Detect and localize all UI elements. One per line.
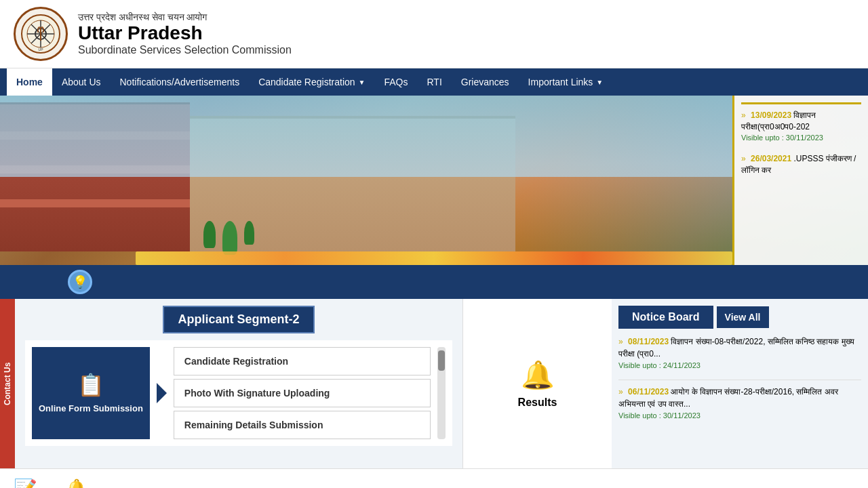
- svg-text:UP: UP: [39, 47, 44, 52]
- applicant-segment: Applicant Segment-2 📋 Online Form Submis…: [15, 299, 462, 468]
- chevron-down-icon: ▼: [359, 79, 366, 86]
- header-title: Uttar Pradesh: [78, 23, 292, 44]
- bulb-icon: 💡: [68, 270, 92, 294]
- bell-icon: 🔔: [521, 359, 555, 391]
- arrow-icon-1: »: [741, 110, 746, 120]
- page-header: UP उत्तर प्रदेश अधीनस्थ सेवा चयन आयोग Ut…: [0, 0, 868, 68]
- banner: // We'll generate windows via a loop in …: [0, 96, 868, 265]
- notice-arrow-icon-1: »: [618, 337, 623, 346]
- online-form-label: Online Form Submission: [39, 403, 143, 415]
- scrollbar-thumb: [438, 350, 445, 371]
- form-icon: 📋: [77, 372, 104, 398]
- nav-rti[interactable]: RTI: [417, 68, 451, 96]
- bottom-icons-row: 📝 🔔: [0, 468, 868, 488]
- nav-faqs[interactable]: FAQs: [374, 68, 417, 96]
- news-item-1[interactable]: » 13/09/2023 विज्ञापन परीक्षा(प्रा0अ0प0-…: [741, 110, 861, 143]
- view-all-button[interactable]: View All: [717, 306, 769, 328]
- arrow-icon-2: »: [741, 154, 746, 163]
- chevron-down-icon-2: ▼: [596, 79, 603, 86]
- logo: UP: [14, 7, 68, 61]
- bottom-icon-bell[interactable]: 🔔: [51, 472, 102, 488]
- form-bottom-icon: 📝: [14, 478, 37, 488]
- header-subtitle: Subordinate Services Selection Commissio…: [78, 44, 292, 56]
- header-text: उत्तर प्रदेश अधीनस्थ सेवा चयन आयोग Uttar…: [78, 12, 292, 56]
- bell-bottom-icon: 🔔: [64, 478, 88, 488]
- notice-board: Notice Board View All » 08/11/2023 विज्ञ…: [612, 299, 868, 468]
- nav-important-links[interactable]: Important Links ▼: [519, 68, 613, 96]
- segment-title: Applicant Segment-2: [163, 306, 314, 333]
- main-nav: Home About Us Notifications/Advertisemen…: [0, 68, 868, 96]
- segment-arrow: [157, 383, 167, 403]
- notice-item-1[interactable]: » 08/11/2023 विज्ञापन संख्या-08-परीक्षा/…: [618, 336, 861, 371]
- bottom-icon-form[interactable]: 📝: [0, 472, 51, 488]
- contact-sidebar[interactable]: Contact Us: [0, 299, 15, 468]
- menu-remaining-details[interactable]: Remaining Details Submission: [174, 411, 431, 439]
- notice-item-2[interactable]: » 06/11/2023 आयोग के विज्ञापन संख्या-28-…: [618, 386, 861, 422]
- results-section[interactable]: 🔔 Results: [462, 299, 612, 468]
- nav-home[interactable]: Home: [7, 68, 52, 96]
- notice-board-title: Notice Board: [618, 306, 713, 329]
- nav-candidate-reg[interactable]: Candidate Registration ▼: [249, 68, 374, 96]
- menu-candidate-registration[interactable]: Candidate Registration: [174, 347, 431, 375]
- banner-news-panel: » 13/09/2023 विज्ञापन परीक्षा(प्रा0अ0प0-…: [732, 96, 868, 265]
- bulb-bar: 💡: [0, 265, 868, 299]
- results-label: Results: [518, 396, 557, 409]
- online-form-submission-button[interactable]: 📋 Online Form Submission: [32, 347, 150, 439]
- segment-menu: Candidate Registration Photo With Signat…: [174, 347, 431, 439]
- nav-about[interactable]: About Us: [52, 68, 111, 96]
- segment-body: 📋 Online Form Submission Candidate Regis…: [25, 340, 452, 446]
- notice-divider: [618, 380, 861, 380]
- notice-arrow-icon-2: »: [618, 387, 623, 396]
- news-item-2[interactable]: » 26/03/2021 .UPSSS पंजीकरण / लॉगिन कर: [741, 153, 861, 176]
- nav-notifications[interactable]: Notifications/Advertisements: [111, 68, 250, 96]
- notice-header-row: Notice Board View All: [618, 306, 861, 329]
- menu-photo-signature[interactable]: Photo With Signature Uploading: [174, 379, 431, 407]
- segment-scrollbar[interactable]: [437, 347, 446, 439]
- nav-grievances[interactable]: Grievances: [452, 68, 519, 96]
- header-hindi: उत्तर प्रदेश अधीनस्थ सेवा चयन आयोग: [78, 12, 292, 23]
- main-content: Contact Us Applicant Segment-2 📋 Online …: [0, 299, 868, 468]
